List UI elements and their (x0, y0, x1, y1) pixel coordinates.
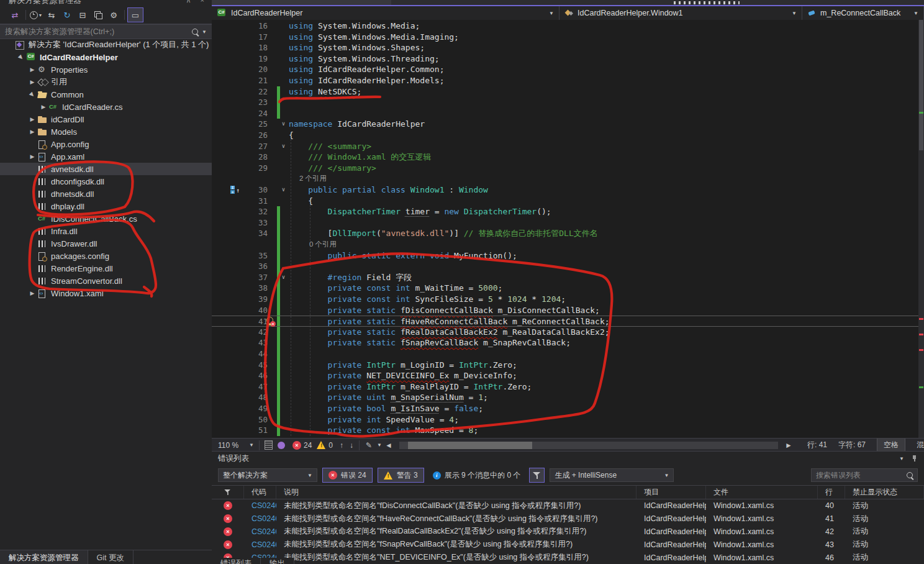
tree-item-properties[interactable]: ▶Properties (0, 63, 212, 76)
codelens-references[interactable]: 0 个引用 (309, 239, 337, 250)
fold-collapse-icon[interactable]: ∨ (279, 119, 288, 130)
code-line[interactable]: 40 private static fDisConnectCallBack m_… (212, 305, 924, 316)
code-line[interactable]: 18using System.Windows.Shapes; (212, 42, 924, 53)
code-line[interactable]: 24 (212, 108, 924, 119)
scroll-left-arrow-icon[interactable]: ◄ (385, 441, 392, 450)
scrollbar-thumb[interactable] (919, 20, 923, 150)
col-file[interactable]: 文件 (706, 486, 818, 499)
tree-item-infra-dll[interactable]: Infra.dll (0, 225, 212, 237)
error-row[interactable]: ×CS0246未能找到类型或命名空间名"fSnapRevCallBack"(是否… (212, 538, 924, 551)
filter-button[interactable] (529, 468, 545, 483)
tab-solution-explorer[interactable]: 解决方案资源管理器 (0, 550, 88, 564)
code-line[interactable]: 29 /// </summary> (212, 163, 924, 174)
col-code[interactable]: 代码 (244, 486, 276, 499)
fold-collapse-icon[interactable]: ∨ (279, 184, 288, 196)
switch-views-icon[interactable]: ⇆ (44, 8, 59, 22)
tree-item--idcardreaderhelper-1-1-[interactable]: 解决方案 'IdCardReaderHelper' (1 个项目, 共 1 个) (0, 39, 212, 51)
code-line[interactable]: 27∨ /// <summary> (212, 141, 924, 152)
code-line[interactable]: 32 DispatcherTimer timer = new Dispatche… (212, 206, 924, 217)
tree-item-dhconfigsdk-dll[interactable]: dhconfigsdk.dll (0, 175, 212, 188)
code-line[interactable]: 31 { (212, 196, 924, 207)
refresh-icon[interactable]: ↻ (60, 8, 75, 22)
code-line[interactable]: 25∨namespace IdCardReaderHelper (212, 119, 924, 130)
breadcrumb-segment-1[interactable]: IdCardReaderHelper.Window1▼ (559, 6, 802, 20)
code-line[interactable]: 22using NetSDKCS; (212, 86, 924, 98)
prev-issue-arrow-icon[interactable]: ↑ (340, 441, 343, 450)
tree-item-packages-config[interactable]: packages.config (0, 250, 212, 262)
error-code-link[interactable]: CS0246 (244, 538, 276, 551)
inheritance-glyph-icon[interactable]: Io (230, 186, 240, 194)
panel-pin-close-icons[interactable]: ⊼ × (186, 0, 208, 4)
warning-count-icon[interactable] (317, 441, 326, 449)
chevron-down-icon[interactable]: ▼ (373, 442, 382, 448)
sync-with-active-document-icon[interactable]: ⇄ (7, 8, 22, 22)
tree-item-renderengine-dll[interactable]: RenderEngine.dll (0, 262, 212, 275)
tree-item-dhplay-dll[interactable]: dhplay.dll (0, 200, 212, 212)
code-line[interactable]: 48 private uint m_SnapSerialNum = 1; (212, 392, 924, 403)
error-row[interactable]: ×CS0246未能找到类型或命名空间名"fDisConnectCallBack"… (212, 499, 924, 512)
solution-explorer-search[interactable]: 搜索解决方案资源管理器(Ctrl+;) ▼ (0, 24, 212, 39)
collapse-all-icon[interactable]: ⊟ (75, 8, 90, 22)
messages-filter-button[interactable]: i 展示 9 个消息中的 0 个 (429, 468, 525, 483)
scope-dropdown[interactable]: 整个解决方案 ▼ (218, 468, 317, 482)
chevron-down-icon[interactable]: ▼ (198, 29, 207, 35)
codelens-references[interactable]: 2 个引用 (299, 173, 327, 184)
tree-item-avnetsdk-dll[interactable]: avnetsdk.dll (0, 163, 212, 175)
zoom-level-dropdown[interactable]: 110 % ▼ (212, 441, 256, 450)
code-line[interactable]: 39 private const int SyncFileSize = 5 * … (212, 294, 924, 305)
code-line[interactable]: 35 public static extern void MyFunction(… (212, 250, 924, 262)
tree-item-dhnetsdk-dll[interactable]: dhnetsdk.dll (0, 188, 212, 200)
tree-item-idcardreader-cs[interactable]: ▶IdCardReader.cs (0, 101, 212, 113)
tree-item-idcarddll[interactable]: ▶idCardDll (0, 113, 212, 125)
source-dropdown[interactable]: 生成 + IntelliSense ▼ (550, 468, 674, 482)
code-line[interactable]: 42 private static fRealDataCallBackEx2 m… (212, 327, 924, 338)
code-line[interactable]: 51 private const int MaxSpeed = 8; (212, 425, 924, 436)
col-project[interactable]: 项目 (636, 486, 706, 499)
collapsed-arrow-icon[interactable]: ▶ (27, 129, 37, 135)
tree-item-common[interactable]: ▶Common (0, 88, 212, 101)
code-line[interactable]: 21using IdCardReaderHelper.Models; (212, 75, 924, 86)
tree-item-ivsdrawer-dll[interactable]: IvsDrawer.dll (0, 237, 212, 250)
document-tab-strip[interactable] (212, 0, 924, 6)
code-line[interactable]: 34 [DllImport("avnetsdk.dll")] // 替换成你自己… (212, 228, 924, 239)
errors-filter-button[interactable]: × 错误 24 (322, 468, 373, 483)
pin-icon[interactable] (910, 455, 918, 462)
error-row[interactable]: ×CS0246未能找到类型或命名空间名"fRealDataCallBackEx2… (212, 525, 924, 539)
collapsed-arrow-icon[interactable]: ▶ (27, 116, 37, 122)
error-row[interactable]: ×CS0246未能找到类型或命名空间名"NET_DEVICEINFO_Ex"(是… (212, 551, 924, 564)
preview-selected-items-icon[interactable]: ▭ (127, 7, 143, 22)
tree-item-app-xaml[interactable]: ▶App.xaml (0, 150, 212, 163)
error-code-link[interactable]: CS0246 (244, 525, 276, 539)
code-line[interactable]: 37∨ #region Field 字段 (212, 272, 924, 283)
col-suppression-state[interactable]: 禁止显示状态 (845, 486, 924, 499)
chevron-down-icon[interactable]: ▼ (895, 456, 904, 462)
tree-item-app-config[interactable]: App.config (0, 138, 212, 150)
quick-actions-lightbulb-icon[interactable]: × (265, 317, 276, 327)
show-all-files-icon[interactable] (91, 8, 106, 22)
code-line[interactable]: 43 private static fSnapRevCallBack m_Sna… (212, 337, 924, 348)
fold-collapse-icon[interactable]: ∨ (279, 272, 288, 283)
tab-git-changes[interactable]: Git 更改 (88, 550, 134, 564)
tab-output[interactable]: 输出 (261, 558, 294, 564)
code-line[interactable]: 17using System.Windows.Media.Imaging; (212, 32, 924, 43)
code-line[interactable]: 26{ (212, 130, 924, 141)
tree-item-models[interactable]: ▶Models (0, 125, 212, 138)
code-line[interactable]: 30∨Io public partial class Window1 : Win… (212, 184, 924, 196)
tree-item-streamconvertor-dll[interactable]: StreamConvertor.dll (0, 275, 212, 287)
breadcrumb-segment-2[interactable]: m_ReConnectCallBack▼ (802, 6, 924, 20)
scroll-right-arrow-icon[interactable]: ► (785, 441, 792, 450)
col-line[interactable]: 行 (818, 486, 845, 499)
code-line[interactable]: 38 private const int m_WaitTime = 5000; (212, 283, 924, 294)
code-line[interactable]: 49 private bool m_IsInSave = false; (212, 403, 924, 414)
scrollbar-thumb[interactable] (408, 442, 532, 449)
code-area[interactable]: 16using System.Windows.Media;17using Sys… (212, 20, 924, 438)
tree-item-idcardreaderhelper[interactable]: ▶IdCardReaderHelper (0, 51, 212, 63)
properties-icon[interactable]: ⚙ (106, 8, 121, 22)
collapsed-arrow-icon[interactable]: ▶ (27, 290, 37, 296)
error-count[interactable]: 24 (304, 441, 312, 450)
code-line[interactable]: 33 (212, 217, 924, 229)
code-line[interactable]: 45 private IntPtr m_LoginID = IntPtr.Zer… (212, 360, 924, 371)
expanded-arrow-icon[interactable]: ▶ (27, 89, 38, 100)
code-line[interactable]: 20using IdCardReaderHelper.Common; (212, 64, 924, 75)
collapsed-arrow-icon[interactable]: ▶ (27, 153, 37, 160)
